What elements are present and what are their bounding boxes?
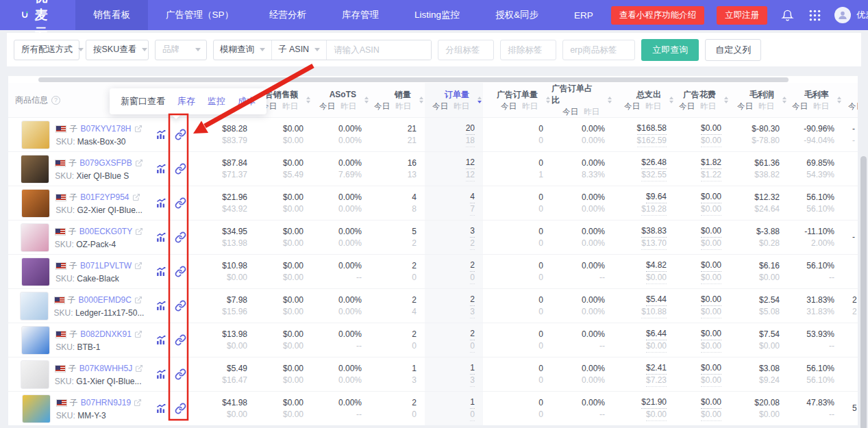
trend-chart-icon[interactable] — [156, 231, 167, 243]
view-by-sku-select[interactable]: 按SKU查看 — [86, 40, 149, 60]
asin-link[interactable]: B079GXSFPB — [79, 158, 132, 168]
delivery-method-select[interactable]: 所有配送方式 — [14, 40, 79, 60]
link-icon[interactable] — [175, 129, 186, 140]
miniprogram-intro-button[interactable]: 查看小程序功能介绍 — [611, 6, 705, 25]
external-link-icon[interactable] — [134, 296, 142, 304]
sort-carets-icon[interactable] — [546, 97, 550, 103]
column-header-订单量[interactable]: 订单量今日昨日 — [425, 83, 483, 117]
trend-chart-icon[interactable] — [156, 300, 167, 312]
external-link-icon[interactable] — [135, 227, 143, 236]
popup-cost-link[interactable]: 成本 — [238, 95, 256, 108]
trend-chart-icon[interactable] — [156, 197, 167, 209]
external-link-icon[interactable] — [135, 364, 143, 373]
sort-carets-icon[interactable] — [837, 97, 841, 103]
column-header-广告订单占比[interactable]: 广告订单占比今日昨日 — [551, 83, 613, 117]
horizontal-scrollbar[interactable] — [38, 77, 789, 82]
link-icon[interactable] — [175, 163, 186, 175]
value-today: $2.54 — [759, 294, 780, 306]
asin-link[interactable]: B07HRN9J19 — [81, 398, 131, 407]
help-icon[interactable]: ? — [51, 96, 60, 105]
nav-item-2[interactable]: 经营分析 — [251, 0, 324, 30]
metric-cell: 56.10%56.10% — [788, 357, 843, 391]
nav-item-6[interactable]: ERP — [556, 0, 611, 30]
sort-carets-icon[interactable] — [478, 97, 482, 103]
link-icon[interactable] — [175, 403, 186, 414]
metric-cell: $41.98$0.00 — [188, 392, 256, 425]
column-header-ASoTS[interactable]: ASoTS今日昨日 — [312, 83, 370, 117]
asin-link[interactable]: B07KYV178H — [80, 124, 131, 134]
trend-chart-icon[interactable] — [156, 266, 167, 277]
notification-bell-icon[interactable] — [780, 8, 795, 23]
query-now-button[interactable]: 立即查询 — [641, 39, 699, 61]
link-icon[interactable] — [175, 334, 186, 346]
asin-type-select[interactable]: 子 ASIN — [272, 40, 327, 60]
trend-chart-icon[interactable] — [156, 334, 167, 346]
asin-link[interactable]: B01F2YP954 — [80, 192, 129, 202]
asin-link[interactable]: B082DNXK91 — [80, 329, 132, 339]
link-icon[interactable] — [175, 197, 186, 209]
group-tag-input[interactable] — [438, 40, 494, 60]
column-header-销量[interactable]: 销量今日昨日 — [370, 83, 425, 117]
trend-chart-icon[interactable] — [156, 368, 167, 380]
external-link-icon[interactable] — [134, 399, 142, 407]
column-header-总支出[interactable]: 总支出今日昨日 — [613, 83, 675, 117]
external-link-icon[interactable] — [134, 330, 142, 338]
nav-item-4[interactable]: Listing监控 — [397, 0, 478, 30]
column-header-广告花费[interactable]: 广告花费今日昨日 — [675, 83, 730, 117]
sort-carets-icon[interactable] — [306, 97, 310, 103]
user-menu[interactable]: 优麦云-游客 — [834, 7, 868, 23]
nav-item-3[interactable]: 库存管理 — [324, 0, 397, 30]
popup-inventory-link[interactable]: 库存 — [177, 95, 195, 108]
external-link-icon[interactable] — [135, 159, 143, 167]
erp-tag-input[interactable] — [562, 40, 635, 60]
nav-item-5[interactable]: 授权&同步 — [478, 0, 556, 30]
sort-carets-icon[interactable] — [724, 97, 728, 103]
custom-columns-button[interactable]: 自定义列 — [705, 39, 761, 61]
external-link-icon[interactable] — [132, 193, 140, 201]
metric-cell: $-3.88$0.28 — [730, 221, 788, 254]
sort-carets-icon[interactable] — [419, 97, 423, 103]
child-asin-prefix: 子 — [69, 363, 77, 375]
value-yesterday: $0.00 — [701, 306, 721, 318]
sort-carets-icon[interactable] — [782, 97, 786, 103]
nav-item-1[interactable]: 广告管理（SP） — [148, 0, 251, 30]
asin-link[interactable]: B07K8WHH5J — [79, 364, 132, 373]
column-header-毛利润[interactable]: 毛利润今日昨日 — [730, 83, 788, 117]
value-today: $20.08 — [754, 397, 780, 409]
asin-input[interactable] — [327, 40, 431, 60]
brand-logo[interactable]: 优麦云 — [0, 0, 75, 42]
popup-open-new-window[interactable]: 新窗口查看 — [121, 95, 165, 108]
link-icon[interactable] — [175, 368, 186, 380]
value-yesterday: 2.00% — [811, 238, 834, 249]
register-button[interactable]: 立即注册 — [717, 6, 767, 25]
column-header-广告订单量[interactable]: 广告订单量今日昨日 — [483, 83, 551, 117]
value-today: 0.00% — [582, 294, 605, 306]
trend-chart-icon[interactable] — [156, 129, 167, 140]
metric-cell: 56.10%-- — [788, 255, 843, 288]
fuzzy-query-select[interactable]: 模糊查询 — [214, 40, 272, 60]
link-icon[interactable] — [175, 300, 186, 312]
link-icon[interactable] — [175, 266, 186, 277]
link-icon[interactable] — [175, 231, 186, 243]
metric-cell: 52 — [370, 221, 425, 254]
asin-link[interactable]: B071LPVLTW — [80, 261, 132, 270]
trend-chart-icon[interactable] — [156, 403, 167, 414]
vertical-scrollbar[interactable] — [860, 156, 867, 428]
value-yesterday: 2 — [412, 238, 417, 249]
column-header-毛利率[interactable]: 毛利率今日昨日 — [788, 83, 843, 117]
popup-monitor-link[interactable]: 监控 — [208, 95, 225, 108]
brand-select[interactable]: 品牌 — [155, 40, 207, 60]
asin-link[interactable]: B00ECKG0TY — [79, 227, 132, 236]
nav-item-0[interactable]: 销售看板 — [75, 0, 148, 30]
sort-carets-icon[interactable] — [364, 97, 369, 103]
sku-value: BTB-1 — [77, 342, 101, 352]
asin-link[interactable]: B000EFMD9C — [79, 295, 132, 305]
external-link-icon[interactable] — [134, 125, 142, 133]
trend-chart-icon[interactable] — [156, 163, 167, 175]
sort-carets-icon[interactable] — [669, 97, 673, 103]
external-link-icon[interactable] — [134, 262, 142, 270]
sort-carets-icon[interactable] — [608, 97, 612, 103]
exclude-tag-input[interactable] — [500, 40, 556, 60]
apps-grid-icon[interactable] — [807, 8, 822, 23]
value-yesterday: $0.00 — [701, 409, 721, 421]
